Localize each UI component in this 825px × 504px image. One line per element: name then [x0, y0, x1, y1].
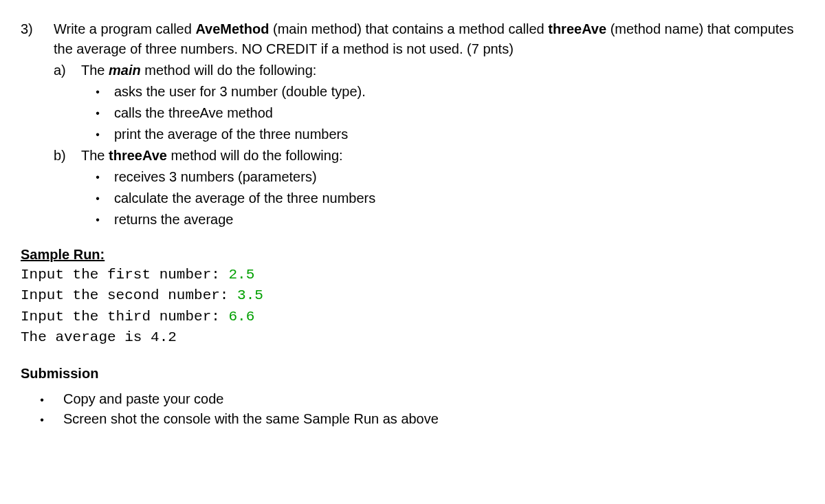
list-item: print the average of the three numbers — [81, 124, 804, 144]
part-a-bullets: asks the user for 3 number (double type)… — [81, 82, 804, 144]
list-item: Screen shot the console with the same Sa… — [21, 409, 804, 429]
question-intro: Write a program called AveMethod (main m… — [54, 19, 804, 59]
question-block: 3) Write a program called AveMethod (mai… — [21, 19, 804, 230]
sample-run-block: Sample Run: Input the first number: 2.5 … — [21, 245, 804, 349]
part-b: b) The threeAve method will do the follo… — [54, 146, 804, 230]
sample-line-2: Input the second number: 3.5 — [21, 285, 804, 306]
part-b-lead-pre: The — [81, 148, 109, 163]
bullet-text: returns the average — [114, 210, 804, 230]
sample-value-1: 2.5 — [228, 267, 254, 283]
sample-line-3: Input the third number: 6.6 — [21, 307, 804, 327]
bullet-icon — [21, 389, 63, 409]
bullet-text: print the average of the three numbers — [114, 124, 804, 144]
part-a-lead-bi: main — [109, 63, 141, 78]
bullet-icon — [81, 190, 114, 206]
list-item: asks the user for 3 number (double type)… — [81, 82, 804, 102]
bullet-icon — [81, 212, 114, 228]
bullet-icon — [81, 127, 114, 142]
part-a-label: a) — [54, 61, 81, 144]
part-a-lead: The main method will do the following: — [81, 61, 804, 80]
bullet-text: asks the user for 3 number (double type)… — [114, 82, 804, 102]
bullet-icon — [81, 169, 114, 185]
bullet-text: Screen shot the console with the same Sa… — [63, 409, 804, 429]
intro-text-1: Write a program called — [54, 21, 195, 36]
bullet-text: Copy and paste your code — [63, 389, 804, 409]
submission-bullets: Copy and paste your code Screen shot the… — [21, 389, 804, 429]
sample-line-4: The average is 4.2 — [21, 327, 804, 348]
submission-title: Submission — [21, 364, 804, 384]
part-b-lead-b: threeAve — [109, 148, 167, 163]
part-b-label: b) — [54, 146, 81, 230]
document-page: 3) Write a program called AveMethod (mai… — [0, 0, 825, 450]
bullet-icon — [21, 409, 63, 429]
part-a: a) The main method will do the following… — [54, 61, 804, 144]
bullet-text: receives 3 numbers (parameters) — [114, 167, 804, 187]
part-b-bullets: receives 3 numbers (parameters) calculat… — [81, 167, 804, 230]
list-item: calculate the average of the three numbe… — [81, 188, 804, 208]
sample-run-title: Sample Run: — [21, 245, 804, 265]
intro-bold-2: threeAve — [548, 21, 606, 36]
sample-value-2: 3.5 — [237, 287, 263, 303]
sample-value-3: 6.6 — [228, 309, 254, 325]
sample-prompt-2: Input the second number: — [21, 287, 237, 303]
part-a-lead-pre: The — [81, 63, 109, 78]
bullet-icon — [81, 105, 114, 121]
bullet-text: calls the threeAve method — [114, 103, 804, 123]
question-body: Write a program called AveMethod (main m… — [54, 19, 804, 230]
part-a-lead-post: method will do the following: — [141, 63, 317, 78]
list-item: Copy and paste your code — [21, 389, 804, 409]
bullet-icon — [81, 84, 114, 100]
intro-bold-1: AveMethod — [195, 21, 269, 36]
list-item: calls the threeAve method — [81, 103, 804, 123]
intro-text-2: (main method) that contains a method cal… — [269, 21, 548, 36]
sample-prompt-1: Input the first number: — [21, 267, 228, 283]
part-b-lead: The threeAve method will do the followin… — [81, 146, 804, 166]
bullet-text: calculate the average of the three numbe… — [114, 188, 804, 208]
part-b-lead-post: method will do the following: — [167, 148, 343, 163]
list-item: returns the average — [81, 210, 804, 230]
question-number: 3) — [21, 19, 54, 230]
list-item: receives 3 numbers (parameters) — [81, 167, 804, 187]
sample-prompt-3: Input the third number: — [21, 309, 228, 325]
sample-line-1: Input the first number: 2.5 — [21, 265, 804, 285]
